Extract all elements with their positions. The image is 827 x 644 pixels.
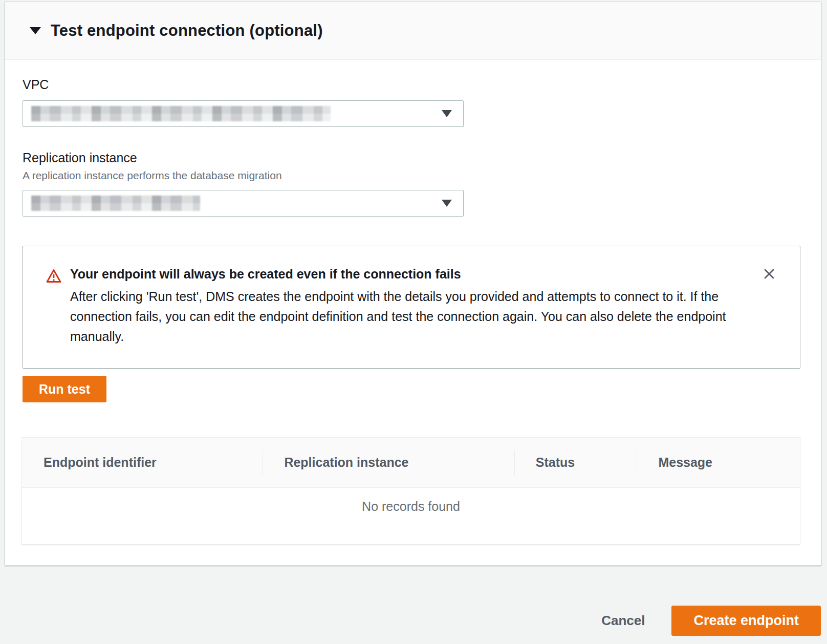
section-title: Test endpoint connection (optional): [51, 22, 323, 40]
warning-body-text: After clicking 'Run test', DMS creates t…: [70, 287, 735, 347]
column-header-replication-instance: Replication instance: [263, 438, 514, 487]
warning-title: Your endpoint will always be created eve…: [70, 267, 735, 282]
create-endpoint-button[interactable]: Create endpoint: [671, 606, 821, 636]
replication-instance-description: A replication instance performs the data…: [23, 169, 800, 182]
warning-triangle-icon: [46, 268, 62, 347]
test-results-table: Endpoint identifier Replication instance…: [21, 437, 800, 545]
warning-content: Your endpoint will always be created eve…: [70, 267, 735, 347]
form-footer: Cancel Create endpoint: [0, 566, 827, 644]
table-empty-state: No records found: [22, 488, 800, 544]
section-header[interactable]: Test endpoint connection (optional): [5, 2, 821, 60]
cancel-button[interactable]: Cancel: [601, 606, 645, 636]
warning-banner: Your endpoint will always be created eve…: [23, 246, 800, 369]
collapse-caret-icon[interactable]: [30, 27, 41, 34]
replication-instance-select[interactable]: [23, 190, 464, 217]
run-test-button[interactable]: Run test: [23, 376, 106, 402]
column-header-message: Message: [637, 438, 800, 487]
column-header-status: Status: [514, 438, 637, 487]
vpc-label: VPC: [23, 77, 800, 92]
replication-instance-selected-value-redacted: [31, 196, 200, 211]
chevron-down-icon: [442, 110, 452, 117]
column-header-endpoint-identifier: Endpoint identifier: [22, 438, 263, 487]
replication-instance-label: Replication instance: [23, 151, 800, 165]
test-endpoint-connection-section: Test endpoint connection (optional) VPC …: [5, 2, 821, 566]
close-icon[interactable]: [760, 265, 778, 283]
chevron-down-icon: [442, 200, 452, 207]
vpc-select[interactable]: [23, 100, 464, 127]
table-header-row: Endpoint identifier Replication instance…: [22, 438, 800, 488]
vpc-selected-value-redacted: [31, 106, 331, 121]
section-body: VPC Replication instance A replication i…: [5, 60, 821, 565]
